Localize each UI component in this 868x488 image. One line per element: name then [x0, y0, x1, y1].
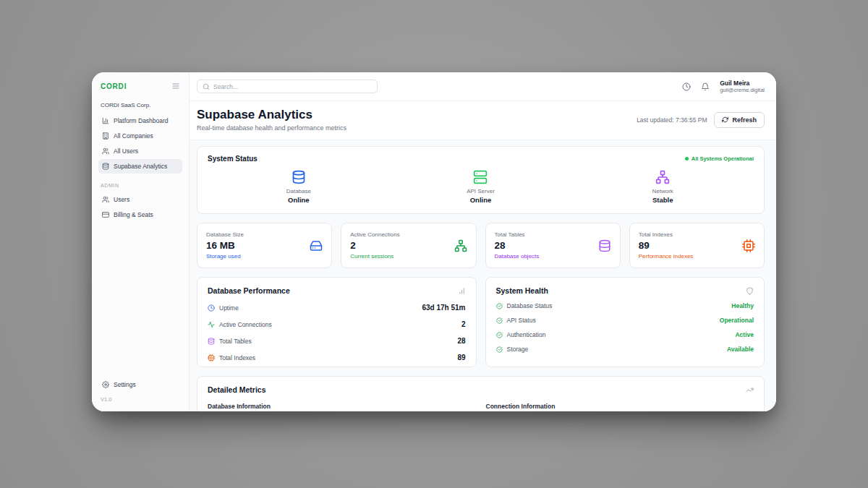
app-window: CORDI CORDI SaaS Corp. Platform Dashboar… — [92, 72, 776, 411]
user-email: guil@creme.digital — [720, 87, 765, 93]
system-status-card: System Status All Systems Operational Da… — [197, 146, 765, 214]
performance-row-active-connections: Active Connections 2 — [208, 320, 466, 328]
app-version: V1.0 — [101, 396, 180, 403]
users-icon — [102, 147, 109, 155]
sidebar-item-supabase-analytics[interactable]: Supabase Analytics — [98, 159, 182, 174]
refresh-icon — [722, 116, 728, 123]
database-information-column: Database Information Database Size: 16 M… — [208, 403, 476, 411]
performance-row-total-tables: Total Tables 28 — [208, 337, 466, 345]
page-title: Supabase Analytics — [197, 108, 346, 122]
sidebar-item-platform-dashboard[interactable]: Platform Dashboard — [98, 114, 182, 128]
network-icon — [454, 239, 467, 252]
server-icon — [473, 170, 488, 184]
sidebar: CORDI CORDI SaaS Corp. Platform Dashboar… — [92, 72, 190, 411]
health-row-authentication: Authentication Active — [496, 331, 754, 338]
detailed-metrics-card: Detailed Metrics Database Information Da… — [197, 376, 765, 411]
check-circle-icon — [496, 346, 503, 353]
clock-icon[interactable] — [682, 82, 691, 91]
refresh-button[interactable]: Refresh — [714, 112, 765, 128]
health-row-api-status: API Status Operational — [496, 317, 754, 324]
database-icon — [598, 239, 611, 252]
building-icon — [102, 132, 109, 140]
sidebar-item-users[interactable]: Users — [98, 192, 182, 207]
check-circle-icon — [496, 332, 503, 338]
stat-card-total-indexes: Total Indexes 89 Performance indexes — [629, 223, 765, 268]
stat-card-total-tables: Total Tables 28 Database objects — [485, 223, 621, 268]
activity-icon — [208, 321, 215, 328]
app-logo: CORDI — [101, 82, 127, 90]
sidebar-item-settings[interactable]: Settings — [98, 377, 182, 392]
search-icon — [203, 83, 210, 90]
bell-icon[interactable] — [701, 82, 710, 91]
status-item-database: Database Online — [208, 170, 390, 204]
cpu-icon — [742, 239, 755, 252]
network-icon — [655, 170, 670, 184]
clock-icon — [208, 304, 215, 312]
stat-card-active-connections: Active Connections 2 Current sessions — [341, 223, 476, 268]
sidebar-item-billing-seats[interactable]: Billing & Seats — [98, 207, 182, 222]
search-input[interactable] — [213, 83, 372, 90]
page-subtitle: Real-time database health and performanc… — [197, 124, 346, 132]
cpu-icon — [208, 354, 215, 361]
users-icon — [102, 196, 109, 203]
health-row-database-status: Database Status Healthy — [496, 302, 754, 309]
database-icon — [208, 338, 215, 345]
status-dot-icon — [685, 157, 689, 160]
stat-card-database-size: Database Size 16 MB Storage used — [197, 223, 332, 268]
health-row-storage: Storage Available — [496, 346, 754, 353]
status-item-network: Network Stable — [571, 170, 754, 204]
database-performance-panel: Database Performance Uptime 63d 17h 51m — [197, 277, 477, 367]
user-menu[interactable]: Guil Meira guil@creme.digital — [720, 80, 765, 94]
sidebar-item-all-users[interactable]: All Users — [98, 144, 182, 158]
credit-card-icon — [102, 211, 109, 218]
sidebar-item-all-companies[interactable]: All Companies — [98, 129, 182, 143]
bar-chart-icon — [102, 117, 109, 124]
page-header: Supabase Analytics Real-time database he… — [190, 101, 776, 140]
performance-row-total-indexes: Total Indexes 89 — [208, 354, 466, 361]
system-status-title: System Status — [208, 155, 258, 163]
status-badge: All Systems Operational — [685, 155, 754, 162]
admin-section-label: ADMIN — [101, 183, 180, 188]
check-circle-icon — [496, 317, 503, 324]
database-icon — [292, 170, 306, 184]
system-health-panel: System Health Database Status Healthy — [485, 277, 765, 367]
check-circle-icon — [496, 303, 503, 309]
menu-icon[interactable] — [171, 82, 180, 90]
shield-icon — [746, 287, 754, 295]
topbar: Guil Meira guil@creme.digital — [190, 72, 776, 101]
bar-chart-icon — [458, 287, 466, 295]
content-area: System Status All Systems Operational Da… — [190, 140, 776, 411]
org-label: CORDI SaaS Corp. — [101, 102, 180, 108]
gear-icon — [102, 381, 109, 388]
user-name: Guil Meira — [720, 80, 765, 87]
search-box[interactable] — [197, 80, 378, 93]
connection-information-column: Connection Information Active Connection… — [486, 403, 754, 411]
trending-up-icon — [746, 386, 754, 394]
status-item-api-server: API Server Online — [390, 170, 572, 204]
performance-row-uptime: Uptime 63d 17h 51m — [208, 304, 466, 312]
database-icon — [102, 163, 109, 170]
hard-drive-icon — [310, 239, 323, 252]
last-updated: Last updated: 7:36:55 PM — [637, 116, 707, 124]
